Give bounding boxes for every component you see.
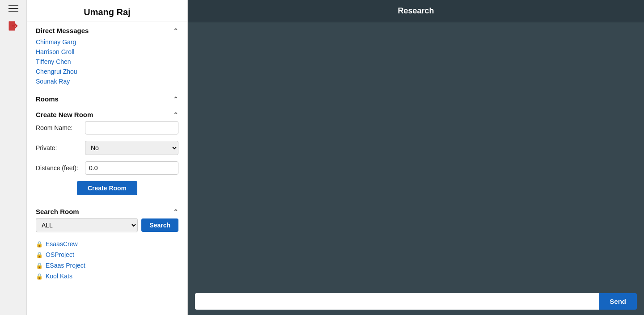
room-list: 🔒 EsaasCrew 🔒 OSProject 🔒 ESaas Project … bbox=[27, 239, 187, 285]
message-input-bar: Send bbox=[188, 288, 644, 315]
distance-row: Distance (feet): bbox=[36, 161, 178, 175]
main-content: Research Send bbox=[188, 0, 644, 315]
rooms-header: Rooms ⌃ bbox=[27, 90, 187, 105]
dm-item[interactable]: Harrison Groll bbox=[36, 47, 178, 57]
distance-label: Distance (feet): bbox=[36, 164, 80, 172]
create-room-section: Room Name: Private: No Yes Distance (fee… bbox=[27, 121, 187, 202]
room-name: Kool Kats bbox=[46, 273, 72, 280]
icon-bar bbox=[0, 0, 27, 315]
search-room-row: ALL Public Private Search bbox=[36, 218, 178, 232]
create-room-chevron[interactable]: ⌃ bbox=[173, 111, 178, 118]
private-select[interactable]: No Yes bbox=[85, 141, 178, 155]
list-item[interactable]: 🔒 EsaasCrew bbox=[36, 239, 178, 249]
list-item[interactable]: 🔒 OSProject bbox=[36, 249, 178, 260]
lock-icon: 🔒 bbox=[36, 252, 43, 258]
room-name: OSProject bbox=[46, 251, 74, 258]
dm-list: Chinmay Garg Harrison Groll Tiffeny Chen… bbox=[27, 37, 187, 90]
logout-icon[interactable] bbox=[6, 19, 21, 33]
dm-item[interactable]: Chinmay Garg bbox=[36, 37, 178, 47]
hamburger-icon[interactable] bbox=[8, 5, 18, 12]
dm-item[interactable]: Sounak Ray bbox=[36, 76, 178, 86]
message-input[interactable] bbox=[195, 293, 599, 310]
create-room-header: Create New Room ⌃ bbox=[27, 105, 187, 121]
search-room-header: Search Room ⌃ bbox=[27, 202, 187, 218]
list-item[interactable]: 🔒 Kool Kats bbox=[36, 271, 178, 281]
room-name: EsaasCrew bbox=[46, 240, 78, 248]
lock-icon: 🔒 bbox=[36, 241, 43, 248]
search-room-section: ALL Public Private Search bbox=[27, 218, 187, 239]
rooms-chevron[interactable]: ⌃ bbox=[173, 96, 178, 103]
lock-icon: 🔒 bbox=[36, 262, 43, 269]
messages-area bbox=[188, 22, 644, 288]
create-room-button[interactable]: Create Room bbox=[77, 181, 137, 195]
lock-icon: 🔒 bbox=[36, 273, 43, 280]
distance-input[interactable] bbox=[85, 161, 178, 175]
direct-messages-chevron[interactable]: ⌃ bbox=[173, 27, 178, 34]
send-button[interactable]: Send bbox=[599, 293, 637, 310]
rooms-label: Rooms bbox=[36, 95, 59, 103]
private-label: Private: bbox=[36, 144, 80, 151]
private-row: Private: No Yes bbox=[36, 141, 178, 155]
direct-messages-label: Direct Messages bbox=[36, 27, 89, 34]
room-name-label: Room Name: bbox=[36, 124, 80, 131]
dm-item[interactable]: Chengrui Zhou bbox=[36, 67, 178, 76]
room-name-row: Room Name: bbox=[36, 121, 178, 134]
room-name-input[interactable] bbox=[85, 121, 178, 134]
room-name: ESaas Project bbox=[46, 262, 85, 269]
list-item[interactable]: 🔒 ESaas Project bbox=[36, 260, 178, 271]
create-room-label: Create New Room bbox=[36, 111, 93, 118]
main-header: Research bbox=[188, 0, 644, 22]
search-room-chevron[interactable]: ⌃ bbox=[173, 208, 178, 215]
sidebar-title: Umang Raj bbox=[27, 0, 187, 21]
search-room-select[interactable]: ALL Public Private bbox=[36, 218, 138, 232]
search-room-label: Search Room bbox=[36, 208, 79, 215]
dm-item[interactable]: Tiffeny Chen bbox=[36, 57, 178, 67]
direct-messages-header: Direct Messages ⌃ bbox=[27, 21, 187, 37]
sidebar: Umang Raj Direct Messages ⌃ Chinmay Garg… bbox=[27, 0, 188, 315]
search-room-button[interactable]: Search bbox=[141, 218, 178, 232]
